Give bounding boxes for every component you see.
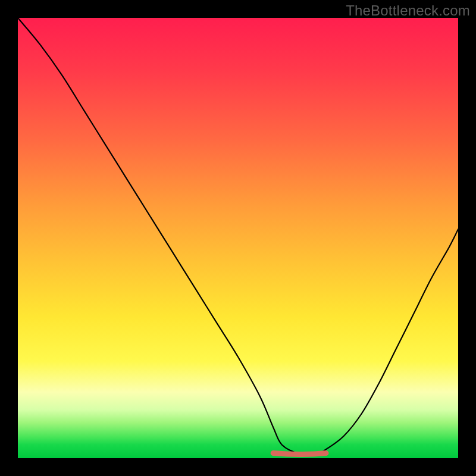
plateau-marker <box>273 453 326 455</box>
watermark-text: TheBottleneck.com <box>346 2 470 19</box>
chart-frame: TheBottleneck.com <box>0 0 476 476</box>
plot-area <box>18 18 458 458</box>
bottleneck-curve <box>18 18 458 455</box>
curve-layer <box>18 18 458 458</box>
